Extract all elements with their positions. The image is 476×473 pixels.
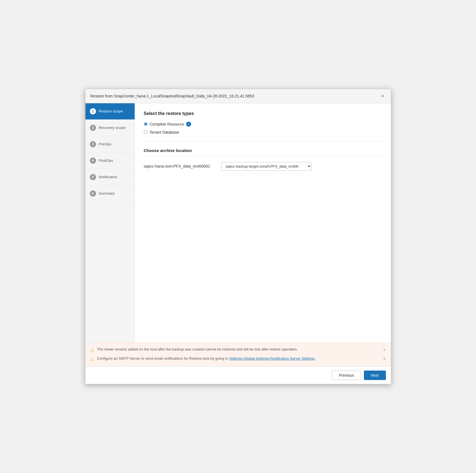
sidebar-item-preops[interactable]: 3 PreOps — [85, 136, 135, 153]
archive-divider — [144, 156, 382, 156]
step-num-2: 2 — [90, 125, 96, 131]
restore-dialog: Restore from SnapCenter_hana-1_LocalSnap… — [85, 89, 391, 384]
warning-close-2[interactable]: × — [380, 356, 386, 362]
sidebar-item-restore-scope[interactable]: 1 Restore scope — [85, 103, 135, 120]
warning-item-1: ⚠ The newer tenants added on the host af… — [90, 347, 386, 353]
dialog-body: 1 Restore scope 2 Recovery scope 3 PreOp… — [85, 103, 391, 343]
step-num-1: 1 — [90, 108, 96, 114]
sidebar-item-summary[interactable]: 6 Summary — [85, 185, 135, 202]
footer-warnings: ⚠ The newer tenants added on the host af… — [85, 343, 391, 367]
dialog-title: Restore from SnapCenter_hana-1_LocalSnap… — [90, 94, 254, 98]
next-button[interactable]: Next — [364, 371, 386, 380]
radio-tenant-input[interactable] — [144, 130, 147, 134]
dialog-footer: Previous Next — [85, 366, 391, 384]
section-title: Select the restore types — [144, 111, 382, 116]
sidebar: 1 Restore scope 2 Recovery scope 3 PreOp… — [85, 103, 135, 343]
sidebar-label-1: Restore scope — [99, 109, 123, 113]
warning-text-1: The newer tenants added on the host afte… — [97, 347, 298, 352]
radio-complete-resource[interactable]: Complete Resource i — [144, 122, 382, 127]
close-button[interactable]: × — [379, 93, 386, 99]
sidebar-label-3: PreOps — [99, 142, 112, 146]
sidebar-item-postops[interactable]: 4 PostOps — [85, 153, 135, 169]
sidebar-label-5: Notification — [99, 175, 117, 179]
sidebar-label-4: PostOps — [99, 158, 113, 163]
warning-text-2: Configure an SMTP Server to send email n… — [97, 356, 316, 361]
radio-tenant-database[interactable]: Tenant Database — [144, 130, 382, 134]
step-num-6: 6 — [90, 190, 96, 197]
radio-complete-label: Complete Resource — [150, 122, 184, 126]
previous-button[interactable]: Previous — [332, 371, 361, 380]
restore-types: Complete Resource i Tenant Database — [144, 122, 382, 134]
sidebar-label-6: Summary — [99, 191, 115, 195]
section-divider — [144, 141, 382, 141]
sidebar-item-notification[interactable]: 5 Notification — [85, 169, 135, 185]
main-content: Select the restore types Complete Resour… — [135, 103, 391, 343]
step-num-5: 5 — [90, 174, 96, 180]
archive-section-title: Choose archive location — [144, 148, 382, 153]
archive-target-select[interactable]: sapcc-backup-target-zone5:PFX_data_mnt00… — [221, 162, 312, 171]
info-icon[interactable]: i — [186, 122, 191, 127]
radio-tenant-label: Tenant Database — [150, 130, 179, 134]
warning-link[interactable]: Settings>Global Settings>Notification Se… — [229, 356, 316, 361]
archive-row: sapcc-hana-svm:PFX_data_mnt00001 sapcc-b… — [144, 162, 382, 171]
sidebar-label-2: Recovery scope — [99, 126, 126, 130]
step-num-3: 3 — [90, 141, 96, 147]
warning-icon-1: ⚠ — [90, 347, 94, 353]
warning-icon-2: ⚠ — [90, 356, 94, 362]
dialog-header: Restore from SnapCenter_hana-1_LocalSnap… — [85, 89, 391, 103]
warning-close-1[interactable]: × — [380, 347, 386, 353]
sidebar-item-recovery-scope[interactable]: 2 Recovery scope — [85, 120, 135, 136]
radio-complete-input[interactable] — [144, 122, 147, 126]
archive-source: sapcc-hana-svm:PFX_data_mnt00001 — [144, 164, 210, 168]
warning-item-2: ⚠ Configure an SMTP Server to send email… — [90, 356, 386, 362]
step-num-4: 4 — [90, 158, 96, 164]
